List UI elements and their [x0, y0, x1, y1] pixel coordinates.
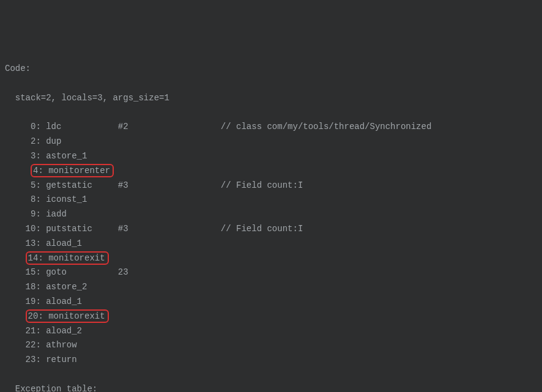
bytecode-line: 9: iadd — [5, 207, 537, 222]
bytecode-line: 18: astore_2 — [5, 280, 537, 295]
bytecode-line: 2: dup — [5, 135, 537, 149]
code-header: Code: — [5, 62, 537, 76]
bytecode-line: 5: getstatic #3 // Field count:I — [5, 179, 537, 193]
bytecode-line: 15: goto 23 — [5, 265, 537, 280]
bytecode-line: 4: monitorenter — [5, 164, 537, 179]
bytecode-line: 13: aload_1 — [5, 237, 537, 251]
bytecode-line: 10: putstatic #3 // Field count:I — [5, 222, 537, 237]
highlight-box: 4: monitorenter — [31, 164, 114, 177]
highlight-box: 14: monitorexit — [26, 251, 109, 265]
bytecode-line: 21: aload_2 — [5, 324, 537, 339]
code-attrs: stack=2, locals=3, args_size=1 — [5, 91, 537, 106]
bytecode-line: 23: return — [5, 353, 537, 368]
highlight-box: 20: monitorexit — [26, 309, 109, 323]
bytecode-line: 8: iconst_1 — [5, 193, 537, 207]
bytecode-line: 22: athrow — [5, 338, 537, 353]
bytecode-line: 14: monitorexit — [5, 251, 537, 266]
bytecode-line: 20: monitorexit — [5, 309, 537, 324]
bytecode-listing: 0: ldc #2 // class com/my/tools/thread/S… — [5, 120, 537, 368]
bytecode-line: 19: aload_1 — [5, 295, 537, 309]
bytecode-line: 0: ldc #2 // class com/my/tools/thread/S… — [5, 120, 537, 135]
bytecode-line: 3: astore_1 — [5, 149, 537, 164]
exception-table-header: Exception table: — [5, 382, 537, 392]
